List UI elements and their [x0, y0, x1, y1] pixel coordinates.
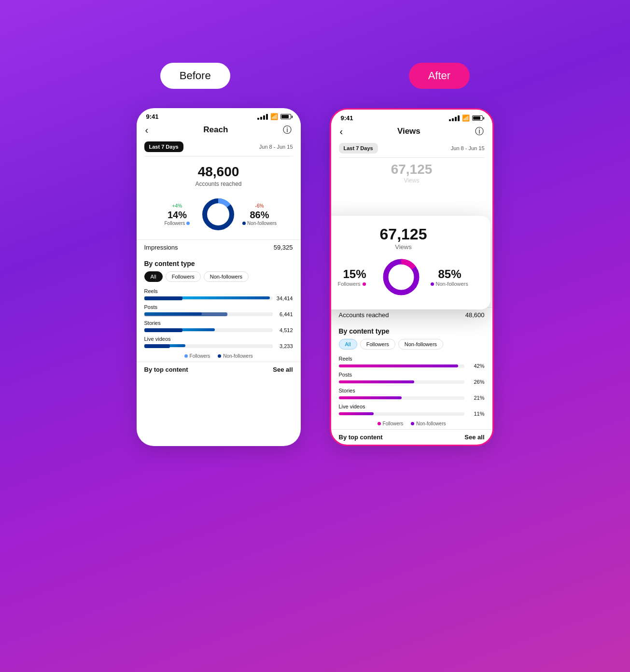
back-button-before[interactable]: ‹ [145, 125, 149, 136]
nonfollowers-stat-before: -6% 86% Non-followers [242, 203, 277, 226]
nonfollowers-pct-before: 86% [242, 210, 277, 221]
donut-chart-before [199, 195, 238, 234]
bar-posts-before: Posts 6,441 [137, 303, 301, 319]
status-bar-after: 9:41 📶 [331, 110, 492, 124]
status-time-before: 9:41 [146, 113, 159, 120]
status-bar-before: 9:41 📶 [137, 108, 301, 122]
nav-title-before: Reach [203, 125, 228, 135]
wifi-icon-after: 📶 [462, 114, 470, 122]
phone-before: 9:41 📶 ‹ Reach ⓘ Last 7 Days Jun 8 - Jun… [137, 108, 301, 446]
fc-big-label: Views [330, 243, 481, 251]
filter-followers-after[interactable]: Followers [360, 339, 395, 350]
fc-followers-stat: 15% Followers [338, 267, 372, 287]
impressions-row-before: Impressions 59,325 [137, 239, 301, 255]
bar-reels-before: Reels 34,414 [137, 287, 301, 303]
bar-posts-after: Posts 26% [331, 370, 492, 386]
fc-nonfollowers-stat: 85% Non-followers [431, 267, 469, 287]
battery-icon-after [472, 115, 483, 121]
followers-change-before: +4% [160, 203, 194, 209]
bar-stories-after: Stories 21% [331, 386, 492, 402]
filter-buttons-after: All Followers Non-followers [331, 339, 492, 354]
fc-stats: 67,125 Views [330, 225, 481, 251]
info-icon-before[interactable]: ⓘ [283, 124, 292, 136]
filter-all-before[interactable]: All [144, 271, 163, 282]
nav-title-after: Views [397, 126, 420, 136]
legend-after: Followers Non-followers [331, 418, 492, 429]
followers-label-before: Followers [160, 221, 194, 226]
after-bottom-section: Accounts reached 48,600 By content type … [331, 307, 492, 445]
filter-nonfollowers-before[interactable]: Non-followers [204, 271, 249, 282]
status-icons-before: 📶 [257, 113, 291, 120]
info-icon-after[interactable]: ⓘ [475, 126, 484, 137]
phone-after: 9:41 📶 ‹ Views ⓘ Last 7 Days Jun 8 - Jun… [330, 108, 494, 446]
by-top-after: By top content See all [331, 429, 492, 445]
back-button-after[interactable]: ‹ [340, 126, 343, 137]
big-label-before: Accounts reached [137, 181, 301, 187]
by-content-title-after: By content type [331, 322, 492, 339]
donut-chart-after [379, 255, 423, 299]
bar-stories-before: Stories 4,512 [137, 319, 301, 335]
fc-big-number: 67,125 [330, 225, 481, 243]
phones-container: 9:41 📶 ‹ Reach ⓘ Last 7 Days Jun 8 - Jun… [137, 108, 494, 446]
date-range-after: Jun 8 - Jun 15 [451, 145, 485, 151]
faded-behind-card: 67,125 Views [331, 158, 492, 184]
filter-row-after: Last 7 Days Jun 8 - Jun 15 [331, 141, 492, 157]
bar-live-before: Live videos 3,233 [137, 335, 301, 350]
big-number-before: 48,600 [137, 164, 301, 180]
nav-bar-before: ‹ Reach ⓘ [137, 122, 301, 140]
bar-live-after: Live videos 11% [331, 402, 492, 418]
wifi-icon: 📶 [270, 113, 278, 120]
before-label: Before [160, 63, 230, 89]
followers-stat-before: +4% 14% Followers [160, 203, 194, 226]
nonfollowers-change-before: -6% [242, 203, 277, 209]
floating-card: 67,125 Views 15% Followers 85% [330, 216, 490, 309]
fc-donut-row: 15% Followers 85% Non-followers [330, 255, 481, 299]
legend-before: Followers Non-followers [137, 350, 301, 362]
status-icons-after: 📶 [449, 114, 483, 122]
impressions-label-before: Impressions [144, 244, 178, 251]
followers-pct-before: 14% [160, 210, 194, 221]
donut-row-before: +4% 14% Followers -6% 86% Non-followers [137, 191, 301, 239]
filter-followers-before[interactable]: Followers [166, 271, 201, 282]
after-label: After [409, 63, 470, 89]
signal-icon-after [449, 115, 460, 121]
date-range-before: Jun 8 - Jun 15 [259, 144, 293, 150]
filter-buttons-before: All Followers Non-followers [137, 271, 301, 287]
filter-row-before: Last 7 Days Jun 8 - Jun 15 [137, 140, 301, 156]
battery-icon [280, 114, 291, 119]
nonfollowers-label-before: Non-followers [242, 221, 277, 226]
filter-pill-before[interactable]: Last 7 Days [144, 141, 183, 152]
fc-followers-label: Followers [338, 281, 372, 287]
filter-pill-after[interactable]: Last 7 Days [339, 143, 378, 154]
signal-icon [257, 114, 268, 120]
fc-followers-pct: 15% [338, 267, 372, 281]
fc-nonfollowers-label: Non-followers [431, 281, 469, 287]
nav-bar-after: ‹ Views ⓘ [331, 124, 492, 141]
stats-center-before: 48,600 Accounts reached [137, 156, 301, 191]
status-time-after: 9:41 [341, 114, 353, 122]
by-top-before: By top content See all [137, 362, 301, 377]
filter-nonfollowers-after[interactable]: Non-followers [398, 339, 443, 350]
bar-reels-after: Reels 42% [331, 354, 492, 370]
fc-nonfollowers-pct: 85% [431, 267, 469, 281]
filter-all-after[interactable]: All [339, 339, 357, 350]
impressions-value-before: 59,325 [274, 244, 293, 251]
by-content-title-before: By content type [137, 255, 301, 271]
